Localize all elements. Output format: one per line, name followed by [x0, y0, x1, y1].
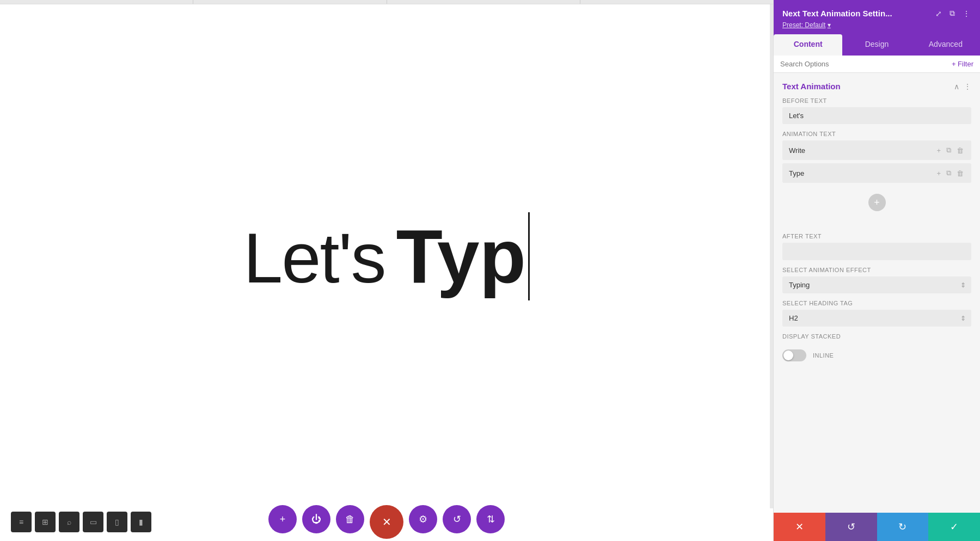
delete-button[interactable]: 🗑 [336, 505, 364, 533]
before-text-input[interactable] [782, 107, 971, 124]
animation-item-2-text: Type [789, 169, 935, 177]
power-button[interactable]: ⏻ [302, 505, 330, 533]
confirm-footer-button[interactable]: ✓ [928, 513, 980, 541]
animation-item-1-add-button[interactable]: + [935, 145, 942, 156]
animation-item-1: Write + ⧉ 🗑 [782, 140, 971, 160]
reset-icon: ↺ [847, 521, 855, 533]
before-text-label: Before Text [782, 97, 971, 104]
canvas-text-before: Let's [243, 217, 385, 299]
heading-tag-select-wrapper: H1 H2 H3 H4 H5 H6 [782, 310, 971, 327]
menu-button[interactable]: ≡ [11, 512, 32, 532]
after-text-label: After Text [782, 233, 971, 239]
reset-footer-button[interactable]: ↺ [825, 513, 877, 541]
display-stacked-label: Display Stacked [782, 333, 971, 340]
animation-effect-field: Select Animation Effect Typing Fade Slid… [774, 267, 980, 300]
animation-item-2-icons: + ⧉ 🗑 [935, 168, 965, 179]
plus-icon: + [280, 514, 286, 525]
panel-content: Text Animation ∧ ⋮ Before Text Animation… [774, 73, 980, 513]
section-collapse-button[interactable]: ∧ [954, 82, 959, 91]
section-title: Text Animation [782, 82, 841, 91]
panel-menu-button[interactable]: ⋮ [961, 8, 971, 19]
animation-item-1-icons: + ⧉ 🗑 [935, 145, 965, 156]
animation-item-1-text: Write [789, 146, 935, 155]
move-icon: ⇅ [487, 513, 495, 525]
settings-panel: Next Text Animation Settin... ⤢ ⧉ ⋮ Pres… [773, 0, 980, 541]
filter-button[interactable]: + Filter [952, 60, 973, 68]
heading-tag-select[interactable]: H1 H2 H3 H4 H5 H6 [782, 310, 971, 327]
canvas-area: Let's Typ [0, 4, 773, 508]
mobile-button[interactable]: ▮ [131, 512, 151, 532]
panel-footer: ✕ ↺ ↻ ✓ [774, 513, 980, 541]
section-more-button[interactable]: ⋮ [964, 82, 971, 91]
display-stacked-toggle-row: INLINE [774, 349, 980, 368]
panel-title: Next Text Animation Settin... [782, 9, 934, 18]
menu-icon: ≡ [19, 518, 23, 526]
add-animation-item-button[interactable]: + [868, 194, 886, 211]
desktop-icon: ▭ [90, 518, 97, 526]
cancel-footer-button[interactable]: ✕ [774, 513, 825, 541]
animation-item-2-add-button[interactable]: + [935, 168, 942, 179]
tab-advanced[interactable]: Advanced [911, 34, 980, 56]
gear-icon: ⚙ [419, 513, 427, 525]
preset-label: Preset: Default [782, 21, 825, 29]
confirm-icon: ✓ [950, 521, 958, 533]
tab-design[interactable]: Design [842, 34, 911, 56]
after-text-field: After Text [774, 233, 980, 267]
panel-preset: Preset: Default ▾ [782, 21, 971, 29]
search-button[interactable]: ⌕ [59, 512, 79, 532]
heading-tag-field: Select Heading Tag H1 H2 H3 H4 H5 H6 [774, 300, 980, 333]
grid-button[interactable]: ⊞ [35, 512, 56, 532]
save-icon: ↻ [898, 521, 906, 533]
animation-effect-select-wrapper: Typing Fade Slide Bounce [782, 276, 971, 293]
canvas-text-animated: Typ [396, 212, 530, 300]
animation-effect-label: Select Animation Effect [782, 267, 971, 273]
trash-icon: 🗑 [345, 514, 355, 525]
save-footer-button[interactable]: ↻ [877, 513, 929, 541]
heading-tag-label: Select Heading Tag [782, 300, 971, 306]
panel-header-icons: ⤢ ⧉ ⋮ [934, 8, 971, 19]
canvas-ruler [770, 4, 773, 508]
mobile-icon: ▮ [139, 518, 143, 526]
add-module-button[interactable]: + [268, 505, 297, 533]
panel-expand-button[interactable]: ⤢ [934, 8, 943, 19]
text-animation-section: Text Animation ∧ ⋮ [774, 73, 980, 97]
animation-text-field: Animation Text Write + ⧉ 🗑 Type + ⧉ 🗑 [774, 131, 980, 233]
search-options-input[interactable] [780, 60, 947, 68]
history-button[interactable]: ↺ [443, 505, 471, 533]
tab-content[interactable]: Content [774, 34, 842, 56]
before-text-field: Before Text [774, 97, 980, 131]
move-button[interactable]: ⇅ [476, 505, 505, 533]
section-header-icons: ∧ ⋮ [954, 82, 971, 91]
power-icon: ⏻ [311, 514, 321, 525]
preset-arrow[interactable]: ▾ [828, 21, 831, 29]
toggle-inline-label: INLINE [813, 352, 834, 359]
grid-icon: ⊞ [42, 518, 48, 526]
search-bar: + Filter [774, 56, 980, 73]
panel-tabs: Content Design Advanced [774, 34, 980, 56]
toggle-knob [783, 351, 793, 360]
panel-header: Next Text Animation Settin... ⤢ ⧉ ⋮ Pres… [774, 0, 980, 34]
search-icon: ⌕ [67, 518, 71, 526]
animation-text-label: Animation Text [782, 131, 971, 137]
desktop-button[interactable]: ▭ [83, 512, 103, 532]
undo-icon: ↺ [453, 513, 461, 525]
animation-item-1-copy-button[interactable]: ⧉ [945, 145, 952, 156]
close-icon: ✕ [382, 515, 391, 528]
center-tools: + ⏻ 🗑 ✕ ⚙ ↺ ⇅ [268, 505, 505, 539]
animation-item-2: Type + ⧉ 🗑 [782, 163, 971, 183]
settings-button[interactable]: ⚙ [409, 505, 437, 533]
bottom-toolbar: ≡ ⊞ ⌕ ▭ ▯ ▮ + ⏻ [0, 508, 773, 541]
animation-item-1-delete-button[interactable]: 🗑 [955, 145, 965, 156]
filter-label: + Filter [952, 60, 973, 68]
left-tools: ≡ ⊞ ⌕ ▭ ▯ ▮ [11, 512, 151, 532]
text-preview: Let's Typ [243, 212, 530, 300]
animation-effect-select[interactable]: Typing Fade Slide Bounce [782, 276, 971, 293]
animation-item-2-copy-button[interactable]: ⧉ [945, 168, 952, 179]
panel-split-button[interactable]: ⧉ [948, 8, 956, 19]
after-text-input[interactable] [782, 243, 971, 260]
close-button[interactable]: ✕ [370, 505, 403, 539]
animation-item-2-delete-button[interactable]: 🗑 [955, 168, 965, 179]
display-stacked-toggle[interactable] [782, 349, 806, 361]
tablet-icon: ▯ [115, 518, 119, 526]
tablet-button[interactable]: ▯ [107, 512, 127, 532]
